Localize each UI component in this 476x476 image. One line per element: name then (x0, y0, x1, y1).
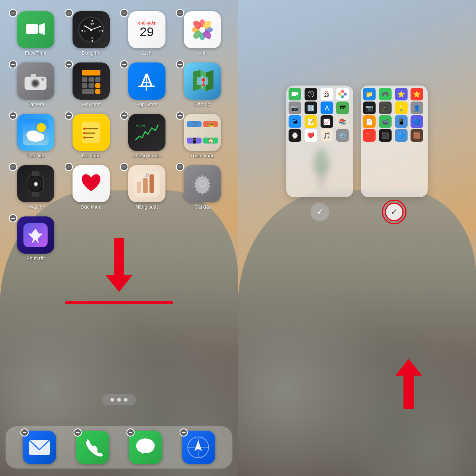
productivity-label: Năng suất (136, 204, 158, 210)
svg-rect-31 (89, 83, 94, 88)
dock (6, 426, 232, 469)
svg-point-4 (91, 40, 93, 42)
dock-phone[interactable] (76, 431, 109, 464)
minus-badge[interactable] (65, 163, 73, 171)
minus-badge[interactable] (9, 163, 17, 171)
calculator-label: Máy tính (82, 102, 100, 107)
thumb-watch2: ⌚ (289, 129, 301, 142)
maps-label: Bản đồ (194, 102, 210, 107)
thumb-facetime (289, 88, 301, 100)
dock-mail[interactable] (23, 431, 56, 464)
svg-rect-32 (95, 83, 100, 88)
svg-point-82 (197, 446, 199, 448)
svg-point-44 (202, 78, 205, 82)
svg-rect-69 (149, 174, 154, 193)
thumb-calendar: CN29 (321, 88, 333, 100)
svg-rect-24 (31, 74, 36, 77)
minus-badge[interactable] (65, 112, 73, 120)
svg-point-55 (83, 128, 86, 130)
app-facetime[interactable]: FaceTime (11, 11, 60, 56)
thumb-stocks2: 📈 (321, 115, 333, 128)
photos-label: Ảnh (198, 50, 207, 56)
p2-icon16: 🟫 (411, 129, 423, 142)
app-calculator[interactable]: Máy tính (67, 62, 116, 107)
page1-container: CN29 📷 🔢 A 🗺 🌤 📝 📈 📚 ⌚ ❤️ 🎵 (286, 86, 353, 221)
stocks-icon: +2.4% (128, 114, 165, 151)
app-stocks[interactable]: +2.4% Chứng khoán (122, 114, 171, 158)
app-grid: FaceTime 12 3 6 (7, 7, 231, 265)
minus-badge[interactable] (176, 112, 184, 120)
svg-point-76 (136, 438, 155, 453)
minus-badge[interactable] (9, 214, 17, 222)
page2-thumb[interactable]: 📁 🎮 ⭐ ⭐ 📷 🎓 💡 👤 📄 📹 📱 🔵 🔴 (361, 86, 428, 197)
svg-point-6 (102, 30, 103, 32)
minus-badge[interactable] (74, 428, 82, 437)
watch-label: Watch (29, 204, 42, 210)
minus-badge[interactable] (120, 163, 128, 171)
minus-badge[interactable] (176, 60, 184, 68)
minus-badge[interactable] (120, 9, 128, 17)
minus-badge[interactable] (9, 112, 17, 120)
check-highlight (382, 200, 406, 224)
arrow-shaft (114, 238, 124, 275)
notes-icon (73, 114, 110, 151)
minus-badge[interactable] (120, 112, 128, 120)
app-shortcuts[interactable]: Phím tắt (11, 216, 60, 261)
productivity-icon: 🎵 (128, 165, 165, 202)
thumb-camera2: 📷 (289, 102, 301, 114)
svg-rect-28 (89, 77, 94, 82)
settings-icon (184, 165, 221, 202)
thumb-weather2: 🌤 (289, 115, 301, 128)
appstore-label: App Store (136, 102, 158, 107)
facetime-icon (17, 11, 54, 48)
app-weather[interactable]: Thời tiết (11, 114, 60, 158)
app-clock[interactable]: 12 3 6 9 Đồng hồ (67, 11, 116, 56)
dot-3[interactable] (124, 398, 128, 402)
minus-badge[interactable] (120, 60, 128, 68)
dot-1[interactable] (110, 398, 114, 402)
arrow-head (106, 275, 132, 292)
weather-icon (17, 114, 54, 151)
dock-messages[interactable] (129, 431, 162, 464)
page1-thumb[interactable]: CN29 📷 🔢 A 🗺 🌤 📝 📈 📚 ⌚ ❤️ 🎵 (286, 86, 353, 197)
thumb-app2: A (321, 102, 333, 114)
svg-rect-1 (26, 24, 38, 34)
page2-grid: 📁 🎮 ⭐ ⭐ 📷 🎓 💡 👤 📄 📹 📱 🔵 🔴 (361, 86, 428, 144)
dot-2[interactable] (117, 398, 121, 402)
p2-icon7: 💡 (395, 102, 408, 114)
svg-rect-29 (95, 77, 100, 82)
reference-icon: 🎵 📻 📱 🏠 (184, 114, 221, 151)
svg-point-95 (341, 93, 344, 96)
app-productivity[interactable]: 🎵 Năng suất (122, 165, 171, 210)
app-appstore[interactable]: A App Store (122, 62, 171, 107)
p2-icon15: 🔷 (395, 129, 408, 142)
app-camera[interactable]: Camera (11, 62, 60, 107)
app-photos[interactable]: Ảnh (178, 11, 227, 56)
minus-badge[interactable] (9, 9, 17, 17)
app-notes[interactable]: Lời nhắc (67, 114, 116, 158)
minus-badge[interactable] (65, 60, 73, 68)
svg-point-23 (33, 81, 38, 86)
page1-check[interactable]: ✓ (311, 203, 329, 221)
app-reference[interactable]: 🎵 📻 📱 🏠 Tham khảo (178, 114, 227, 158)
camera-label: Camera (27, 102, 44, 107)
calendar-icon: CHỦ NHẬT 29 (128, 11, 165, 48)
app-maps[interactable]: Bản đồ (178, 62, 227, 107)
svg-point-57 (83, 136, 86, 139)
right-panel: CN29 📷 🔢 A 🗺 🌤 📝 📈 📚 ⌚ ❤️ 🎵 (238, 0, 476, 476)
app-watch[interactable]: ⌚ Watch (11, 165, 60, 210)
app-settings[interactable]: Cài đặt (178, 165, 227, 210)
app-health[interactable]: Sức khoẻ (67, 165, 116, 210)
mail-icon (23, 431, 56, 464)
minus-badge[interactable] (65, 9, 73, 17)
minus-badge[interactable] (180, 428, 188, 437)
svg-point-3 (91, 20, 93, 22)
left-panel: FaceTime 12 3 6 (0, 0, 238, 476)
minus-badge[interactable] (176, 9, 184, 17)
app-calendar[interactable]: CHỦ NHẬT 29 Lịch (122, 11, 171, 56)
svg-rect-30 (82, 83, 87, 88)
minus-badge[interactable] (9, 60, 17, 68)
minus-badge[interactable] (176, 163, 184, 171)
thumb-photos (336, 88, 349, 100)
dock-safari[interactable] (182, 431, 215, 464)
